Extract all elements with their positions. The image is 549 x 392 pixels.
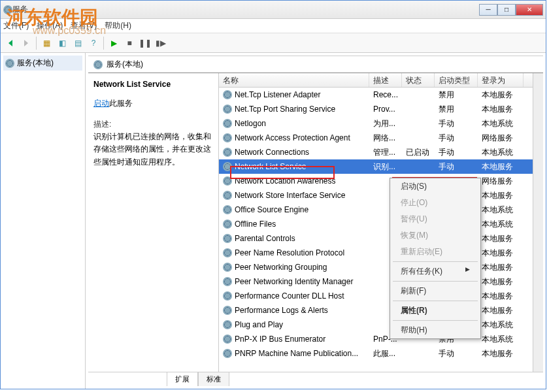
table-row[interactable]: Network Access Protection Agent网络...手动网络… — [219, 131, 533, 145]
table-row[interactable]: Parental Controls本地服务 — [219, 231, 533, 246]
table-row[interactable]: PNRP Machine Name Publication...此服...手动本… — [219, 346, 533, 361]
tb-icon-4[interactable]: ? — [86, 36, 101, 50]
gear-icon — [223, 191, 232, 200]
svc-logon: 本地服务 — [478, 246, 524, 260]
start-suffix: 此服务 — [109, 99, 133, 108]
svc-startup: 禁用 — [435, 103, 478, 116]
col-name[interactable]: 名称 — [219, 73, 369, 87]
tb-icon-3[interactable]: ▤ — [71, 36, 85, 50]
col-startup[interactable]: 启动类型 — [435, 73, 478, 87]
svc-status — [402, 93, 435, 96]
gear-icon — [223, 90, 232, 99]
svc-name: Net.Tcp Port Sharing Service — [235, 105, 335, 114]
gear-icon — [223, 291, 232, 301]
stop-button[interactable]: ■ — [122, 36, 137, 50]
forward-button[interactable] — [19, 36, 33, 50]
svc-logon: 本地系统 — [478, 117, 524, 131]
table-row[interactable]: Network List Service识别...手动本地服务 — [219, 159, 533, 174]
svc-name: Peer Networking Grouping — [235, 263, 327, 272]
menu-help[interactable]: 帮助(H) — [105, 20, 131, 31]
gear-icon — [223, 162, 232, 171]
desc-label: 描述: — [93, 118, 213, 131]
service-list: 名称 描述 状态 启动类型 登录为 Net.Tcp Listener Adapt… — [219, 73, 533, 372]
svc-logon: 本地服务 — [478, 88, 524, 102]
table-row[interactable]: Offline Files本地系统 — [219, 217, 533, 231]
close-button[interactable]: ✕ — [516, 4, 543, 16]
svc-startup: 手动 — [435, 131, 478, 145]
ctx-resume: 恢复(M) — [390, 227, 480, 244]
right-header: 服务(本地) — [88, 56, 543, 73]
table-row[interactable]: Network Connections管理...已启动手动本地系统 — [219, 145, 533, 159]
ctx-help[interactable]: 帮助(H) — [390, 322, 480, 338]
svc-startup: 手动 — [435, 160, 478, 174]
svc-status: 已启动 — [402, 146, 435, 159]
svc-logon: 本地服务 — [478, 275, 524, 289]
gear-icon — [223, 306, 232, 315]
gear-icon — [223, 277, 232, 286]
back-button[interactable] — [3, 36, 18, 50]
svc-name: Network List Service — [235, 162, 306, 171]
svc-name: Network Access Protection Agent — [235, 133, 350, 142]
gear-icon — [223, 234, 232, 243]
tab-standard[interactable]: 标准 — [198, 372, 229, 386]
minimize-button[interactable]: ─ — [479, 4, 497, 16]
table-row[interactable]: Network Location Awareness网络服务 — [219, 174, 533, 188]
play-button[interactable]: ▶ — [107, 36, 121, 50]
table-row[interactable]: Net.Tcp Port Sharing ServiceProv...禁用本地服… — [219, 102, 533, 116]
col-desc[interactable]: 描述 — [369, 73, 402, 87]
ctx-stop: 停止(O) — [390, 195, 480, 211]
svc-name: Performance Counter DLL Host — [235, 291, 344, 301]
col-logon[interactable]: 登录为 — [478, 73, 524, 87]
svc-status — [402, 122, 435, 125]
ctx-pause: 暂停(U) — [390, 211, 480, 227]
tree-item-services-local[interactable]: 服务(本地) — [3, 56, 82, 71]
ctx-alltasks[interactable]: 所有任务(K)▶ — [390, 263, 480, 280]
svc-desc: Rece... — [369, 89, 402, 101]
svc-desc: Prov... — [369, 103, 402, 115]
table-row[interactable]: Office Source Engine本地系统 — [219, 203, 533, 217]
tb-icon-1[interactable]: ▦ — [39, 36, 54, 50]
table-row[interactable]: Netlogon为用...手动本地系统 — [219, 116, 533, 131]
table-row[interactable]: Peer Networking Grouping本地服务 — [219, 260, 533, 274]
table-row[interactable]: PnP-X IP Bus EnumeratorPnP-...禁用本地系统 — [219, 332, 533, 346]
table-row[interactable]: Performance Counter DLL Host本地服务 — [219, 289, 533, 303]
ctx-props[interactable]: 属性(R) — [390, 302, 480, 319]
gear-icon — [223, 320, 232, 329]
gear-icon — [223, 349, 232, 358]
gear-icon — [223, 248, 232, 257]
pause-button[interactable]: ❚❚ — [138, 36, 152, 50]
table-row[interactable]: Performance Logs & Alerts本地服务 — [219, 303, 533, 318]
svc-name: Network Location Awareness — [235, 176, 336, 186]
col-status[interactable]: 状态 — [402, 73, 435, 87]
ctx-start[interactable]: 启动(S) — [390, 178, 480, 195]
restart-button[interactable]: ▮▶ — [154, 36, 168, 50]
table-row[interactable]: Net.Tcp Listener AdapterRece...禁用本地服务 — [219, 88, 533, 102]
svc-logon: 本地服务 — [478, 103, 524, 116]
svc-name: PnP-X IP Bus Enumerator — [235, 335, 325, 344]
table-row[interactable]: Network Store Interface Service本地服务 — [219, 188, 533, 203]
tb-icon-2[interactable]: ◧ — [55, 36, 69, 50]
tree-item-label: 服务(本地) — [17, 57, 54, 69]
detail-title: Network List Service — [93, 80, 213, 89]
table-row[interactable]: Peer Networking Identity Manager本地服务 — [219, 274, 533, 289]
maximize-button[interactable]: □ — [497, 4, 516, 16]
tree-panel: 服务(本地) — [1, 53, 86, 389]
tab-extended[interactable]: 扩展 — [167, 372, 198, 386]
svc-logon: 本地系统 — [478, 203, 524, 217]
gear-icon — [223, 105, 232, 114]
gear-icon — [5, 59, 14, 68]
svc-desc: 识别... — [369, 160, 402, 174]
svc-status — [402, 165, 435, 168]
svc-logon: 本地系统 — [478, 146, 524, 159]
svc-name: Performance Logs & Alerts — [235, 306, 328, 315]
table-row[interactable]: Peer Name Resolution Protocol本地服务 — [219, 246, 533, 260]
start-link[interactable]: 启动 — [93, 99, 109, 108]
gear-icon — [223, 220, 232, 229]
vertical-scrollbar[interactable] — [533, 73, 543, 372]
svc-name: PNRP Machine Name Publication... — [235, 349, 358, 358]
table-row[interactable]: Plug and Play本地系统 — [219, 318, 533, 332]
gear-icon — [223, 335, 232, 344]
ctx-refresh[interactable]: 刷新(F) — [390, 283, 480, 299]
context-menu: 启动(S) 停止(O) 暂停(U) 恢复(M) 重新启动(E) 所有任务(K)▶… — [390, 178, 481, 339]
svc-logon: 本地服务 — [478, 232, 524, 246]
